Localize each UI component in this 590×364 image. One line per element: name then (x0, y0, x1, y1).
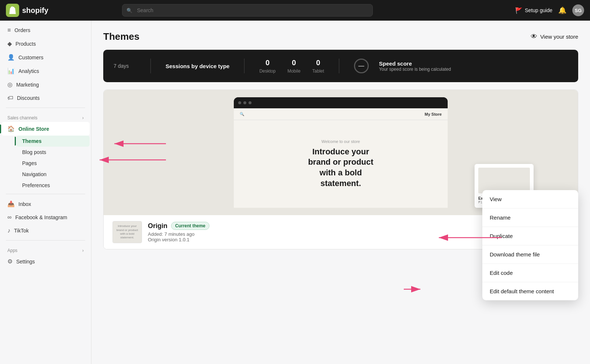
sidebar-item-facebook-instagram[interactable]: ∞ Facebook & Instagram (1, 211, 90, 224)
main-content: Themes 👁 View your store 7 days Sessions… (91, 21, 590, 364)
mockup-content: Welcome to our store Introduce yourbrand… (234, 120, 448, 208)
sales-channels-arrow: › (82, 115, 84, 120)
sidebar-item-preferences[interactable]: Preferences (16, 180, 90, 191)
dropdown-item-duplicate[interactable]: Duplicate (482, 227, 578, 245)
avatar[interactable]: SG (572, 4, 584, 16)
speed-score-section: — Speed score Your speed score is being … (354, 59, 451, 73)
analytics-sessions-title: Sessions by device type (166, 63, 229, 69)
setup-guide-button[interactable]: 🚩 Setup guide (515, 7, 552, 14)
customers-icon: 👤 (7, 54, 15, 61)
sidebar-item-settings[interactable]: ⚙ Settings (1, 255, 90, 268)
analytics-tablet: 0 Tablet (312, 59, 324, 74)
speed-circle-icon: — (354, 59, 369, 73)
sidebar-item-blog-posts[interactable]: Blog posts (16, 147, 90, 158)
view-store-button[interactable]: 👁 View your store (531, 33, 578, 41)
mockup-nav: 🔍 My Store (234, 108, 448, 120)
sidebar-item-navigation[interactable]: Navigation (16, 169, 90, 180)
online-store-sub: Themes Blog posts Pages Navigation Prefe… (0, 136, 91, 191)
sidebar-item-pages[interactable]: Pages (16, 158, 90, 169)
eye-icon: 👁 (531, 33, 537, 41)
search-container (122, 4, 373, 17)
facebook-instagram-icon: ∞ (7, 214, 11, 221)
apps-arrow: › (82, 248, 84, 253)
dropdown-item-view[interactable]: View (482, 190, 578, 209)
discounts-icon: 🏷 (7, 95, 13, 101)
sidebar-item-discounts[interactable]: 🏷 Discounts (1, 91, 90, 105)
orders-icon: ≡ (7, 27, 11, 34)
app-layout: ≡ Orders ◆ Products 👤 Customers 📊 Analyt… (0, 21, 590, 364)
sidebar-item-themes[interactable]: Themes (16, 136, 90, 147)
mockup-dot-2 (243, 101, 246, 104)
mockup-search-icon: 🔍 (240, 112, 244, 116)
dropdown-item-edit-default[interactable]: Edit default theme content (482, 282, 578, 300)
mockup-heading: Introduce yourbrand or productwith a bol… (308, 147, 373, 189)
sidebar-item-marketing[interactable]: ◎ Marketing (1, 78, 90, 91)
top-navigation: shopify 🚩 Setup guide 🔔 SG (0, 0, 590, 21)
shopify-logo[interactable]: shopify (6, 4, 48, 17)
page-header: Themes 👁 View your store (103, 31, 578, 42)
notification-bell-icon[interactable]: 🔔 (558, 6, 566, 14)
sales-channels-label: Sales channels › (0, 111, 91, 122)
theme-mockup: 🔍 My Store Welcome to our store Introduc… (234, 97, 448, 208)
sidebar-divider-3 (6, 240, 85, 241)
shopify-bag-icon (6, 4, 19, 17)
sidebar-item-online-store[interactable]: 🏠 Online Store (1, 122, 90, 136)
settings-icon: ⚙ (7, 258, 13, 265)
page-title: Themes (103, 31, 139, 42)
sidebar-divider-2 (6, 194, 85, 194)
sidebar: ≡ Orders ◆ Products 👤 Customers 📊 Analyt… (0, 21, 91, 364)
sidebar-item-orders[interactable]: ≡ Orders (1, 24, 90, 37)
apps-label: Apps › (0, 244, 91, 255)
topnav-right: 🚩 Setup guide 🔔 SG (515, 4, 584, 16)
sidebar-item-inbox[interactable]: 📥 Inbox (1, 197, 90, 211)
analytics-divider-3 (339, 59, 339, 73)
mockup-dot-1 (238, 101, 241, 104)
theme-thumbnail-inner: Introduce yourbrand or productwith a bol… (113, 221, 142, 243)
inbox-icon: 📥 (7, 200, 15, 207)
dropdown-item-download[interactable]: Download theme file (482, 245, 578, 264)
mockup-dot-3 (249, 101, 251, 104)
dropdown-item-edit-code[interactable]: Edit code (482, 264, 578, 282)
theme-dropdown-menu: View Rename Duplicate Download theme fil… (482, 190, 578, 300)
mockup-topbar (234, 97, 448, 108)
analytics-devices: 0 Desktop 0 Mobile 0 Tablet (259, 59, 324, 74)
products-icon: ◆ (7, 40, 12, 47)
sidebar-item-tiktok[interactable]: ♪ TikTok (1, 224, 90, 237)
flag-icon: 🚩 (515, 7, 523, 14)
sidebar-item-customers[interactable]: 👤 Customers (1, 50, 90, 64)
analytics-mobile: 0 Mobile (287, 59, 300, 74)
analytics-period: 7 days (114, 63, 136, 69)
analytics-icon: 📊 (7, 67, 15, 74)
theme-thumbnail: Introduce yourbrand or productwith a bol… (112, 221, 142, 243)
sidebar-item-products[interactable]: ◆ Products (1, 37, 90, 50)
analytics-divider-2 (244, 59, 244, 73)
theme-details: Origin Current theme Added: 7 minutes ag… (148, 222, 209, 242)
search-input[interactable] (122, 4, 373, 17)
dropdown-item-rename[interactable]: Rename (482, 209, 578, 227)
sidebar-divider-1 (6, 108, 85, 108)
analytics-divider-1 (150, 59, 151, 73)
analytics-banner: 7 days Sessions by device type 0 Desktop… (103, 50, 578, 82)
shopify-text: shopify (22, 6, 48, 15)
tiktok-icon: ♪ (7, 227, 10, 234)
online-store-icon: 🏠 (7, 125, 15, 132)
speed-info: Speed score Your speed score is being ca… (379, 60, 451, 72)
marketing-icon: ◎ (7, 81, 13, 88)
mockup-product-image (478, 168, 530, 193)
mockup-screen: 🔍 My Store Welcome to our store Introduc… (234, 108, 448, 208)
analytics-desktop: 0 Desktop (259, 59, 275, 74)
sidebar-item-analytics[interactable]: 📊 Analytics (1, 64, 90, 78)
